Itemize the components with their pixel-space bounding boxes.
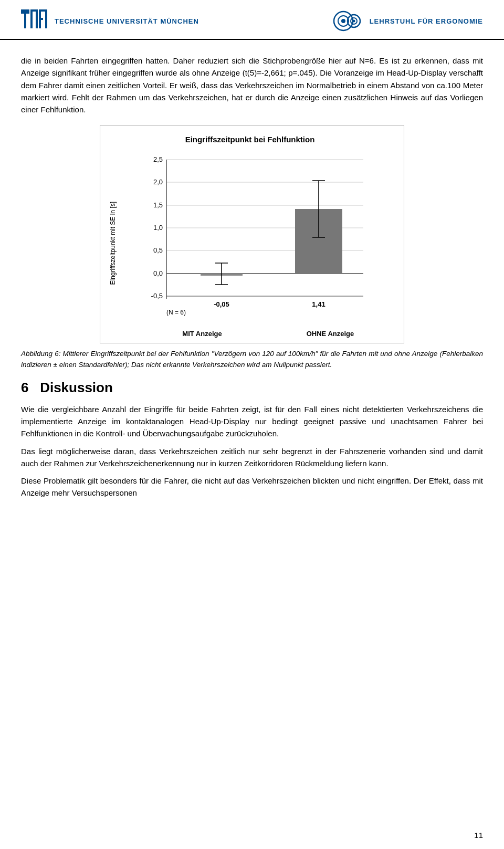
svg-text:-0,5: -0,5 [151, 292, 163, 300]
chart-inner: Eingriffszeitpunkt mit SE in [s] [106, 149, 394, 338]
header-right: LEHRSTUHL FÜR ERGONOMIE [333, 9, 483, 33]
svg-rect-8 [45, 9, 47, 28]
lehrstuhl-logo-icon [333, 9, 364, 33]
header-left: TECHNISCHE UNIVERSITÄT MÜNCHEN [21, 9, 199, 33]
svg-rect-1 [24, 14, 26, 28]
svg-text:1,41: 1,41 [312, 300, 325, 308]
paragraph-4: Diese Problematik gilt besonders für die… [21, 475, 483, 499]
chart-ylabel: Eingriffszeitpunkt mit SE in [s] [109, 202, 117, 285]
figure-caption: Abbildung 6: Mittlerer Eingriffszeitpunk… [21, 349, 483, 370]
header: TECHNISCHE UNIVERSITÄT MÜNCHEN LEHRSTUHL… [0, 0, 504, 40]
svg-rect-0 [21, 9, 29, 14]
svg-rect-6 [39, 18, 43, 20]
page: TECHNISCHE UNIVERSITÄT MÜNCHEN LEHRSTUHL… [0, 0, 504, 849]
svg-text:-0,05: -0,05 [214, 300, 229, 308]
svg-text:0,0: 0,0 [153, 269, 163, 277]
svg-text:(N = 6): (N = 6) [166, 309, 186, 316]
paragraph-1: die in beiden Fahrten eingegriffen hatte… [21, 55, 483, 116]
section-heading: 6 Diskussion [21, 380, 483, 396]
svg-rect-9 [41, 9, 43, 12]
chart-xlabel-row: MIT Anzeige OHNE Anzeige [122, 328, 394, 338]
svg-text:2,5: 2,5 [153, 155, 163, 163]
lehrstuhl-title: LEHRSTUHL FÜR ERGONOMIE [370, 17, 483, 25]
svg-rect-7 [43, 9, 45, 12]
svg-point-12 [341, 19, 345, 23]
page-number: 11 [474, 831, 483, 840]
chart-xlabel-ohne: OHNE Anzeige [299, 330, 362, 338]
section-number: 6 [21, 380, 28, 395]
main-content: die in beiden Fahrten eingegriffen hatte… [0, 40, 504, 519]
chart-ylabel-container: Eingriffszeitpunkt mit SE in [s] [106, 149, 120, 338]
section-title: Diskussion [40, 380, 113, 395]
tum-title: TECHNISCHE UNIVERSITÄT MÜNCHEN [55, 17, 199, 25]
chart-xlabel-mit: MIT Anzeige [171, 330, 234, 338]
chart-container: Eingriffszeitpunkt bei Fehlfunktion Eing… [100, 125, 404, 343]
paragraph-3: Das liegt möglicherweise daran, dass Ver… [21, 445, 483, 470]
svg-rect-2 [30, 9, 33, 28]
chart-title: Eingriffszeitpunkt bei Fehlfunktion [106, 135, 394, 144]
tum-logo-box [21, 9, 48, 33]
paragraph-2: Wie die vergleichbare Anzahl der Eingrif… [21, 403, 483, 440]
svg-text:1,5: 1,5 [153, 201, 163, 209]
chart-plot-area: 2,5 2,0 1,5 1,0 0,5 0,0 -0,5 [122, 149, 394, 338]
svg-text:1,0: 1,0 [153, 224, 163, 232]
svg-point-15 [352, 20, 355, 23]
svg-text:0,5: 0,5 [153, 246, 163, 254]
chart-svg: 2,5 2,0 1,5 1,0 0,5 0,0 -0,5 [122, 149, 394, 328]
svg-text:2,0: 2,0 [153, 178, 163, 186]
svg-rect-4 [36, 9, 38, 28]
tum-logo-icon [21, 9, 48, 33]
